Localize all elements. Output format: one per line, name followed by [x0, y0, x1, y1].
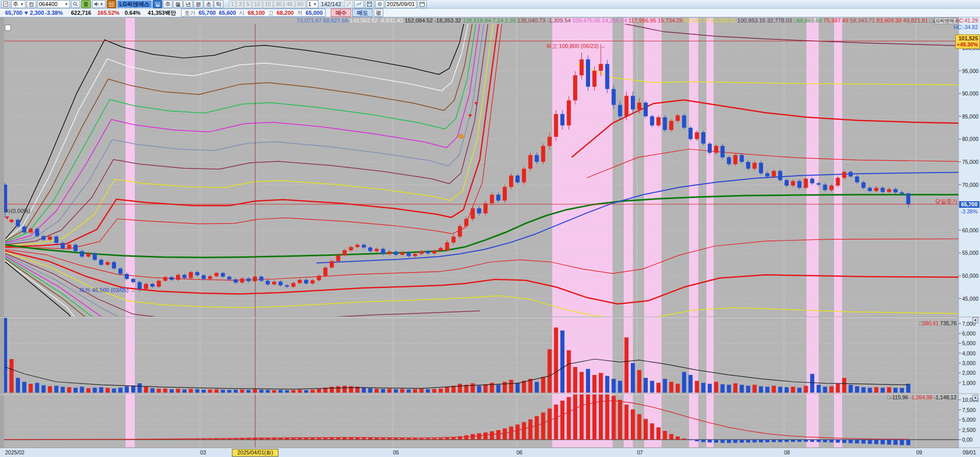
- svg-text:자(0.00%): 자(0.00%): [5, 208, 31, 214]
- svg-text:3,000: 3,000: [962, 360, 975, 366]
- svg-text:2,500: 2,500: [962, 427, 975, 433]
- svg-text:최고 100,800 (06/23) →: 최고 100,800 (06/23) →: [546, 43, 606, 49]
- svg-text:101,525: 101,525: [959, 35, 978, 41]
- svg-text:09/01: 09/01: [963, 449, 976, 455]
- svg-text:70,000: 70,000: [962, 182, 978, 188]
- svg-text:당일종가: 당일종가: [935, 198, 958, 204]
- svg-text:07: 07: [637, 449, 643, 455]
- svg-text:73,071.67 68,827.66 143,562.62: 73,071.67 68,827.66 143,562.62 -9,831.43…: [297, 17, 933, 23]
- svg-text:2025/02: 2025/02: [5, 449, 24, 455]
- svg-text:□-115,96 -1,264,08 -1,148,12: □-115,96 -1,264,08 -1,148,12: [887, 394, 957, 400]
- svg-text:-3.38%: -3.38%: [961, 208, 977, 214]
- pane-collapse-icon[interactable]: [973, 395, 978, 400]
- svg-text:LG씨엔에스: LG씨엔에스: [934, 18, 960, 23]
- svg-text:95,000: 95,000: [962, 68, 978, 74]
- svg-text:7,500: 7,500: [962, 407, 975, 413]
- svg-text:90,000: 90,000: [962, 90, 978, 97]
- svg-text:80,000: 80,000: [962, 136, 978, 142]
- svg-text:45,000: 45,000: [962, 296, 978, 302]
- svg-text:LC:41.29: LC:41.29: [956, 17, 978, 23]
- svg-text:5,000: 5,000: [962, 417, 975, 423]
- current-price-box: 65,700-3.38%: [959, 201, 979, 214]
- svg-text:85,000: 85,000: [962, 113, 978, 119]
- svg-text:5,000: 5,000: [962, 340, 975, 346]
- svg-text:2025/04/01(화): 2025/04/01(화): [237, 449, 273, 455]
- chart-tool-box[interactable]: [5, 25, 11, 31]
- svg-text:55,000: 55,000: [962, 250, 978, 256]
- svg-text:08: 08: [784, 449, 790, 455]
- svg-text:09: 09: [916, 449, 922, 455]
- svg-text:06: 06: [517, 449, 523, 455]
- svg-text:0,00: 0,00: [962, 437, 973, 443]
- svg-text:1,000: 1,000: [962, 380, 975, 386]
- high-price-box: 101,525+49.30%: [955, 35, 979, 49]
- svg-text:4,000: 4,000: [962, 350, 975, 356]
- svg-text:6,000: 6,000: [962, 330, 975, 336]
- stock-chart-window: { "toolbar": { "chart_type": "주", "jeon"…: [0, 0, 980, 457]
- svg-text:□380,41 735,76: □380,41 735,76: [919, 320, 957, 326]
- svg-text:최저 46,500 (03/05) →: 최저 46,500 (03/05) →: [79, 287, 136, 293]
- svg-text:+49.30%: +49.30%: [957, 41, 978, 47]
- svg-text:50,000: 50,000: [962, 273, 978, 279]
- chart-canvas[interactable]: 최고 100,800 (06/23) →최저 46,500 (03/05) →자…: [0, 0, 980, 457]
- svg-text:65,700: 65,700: [961, 201, 977, 207]
- svg-text:05: 05: [393, 449, 399, 455]
- svg-text:03: 03: [200, 449, 206, 455]
- svg-text:2,000: 2,000: [962, 370, 975, 376]
- crosshair-date-box: 2025/04/01(화): [232, 449, 278, 457]
- svg-text:60,000: 60,000: [962, 227, 978, 233]
- svg-text:75,000: 75,000: [962, 159, 978, 165]
- svg-text:HC:-34.82: HC:-34.82: [953, 24, 978, 30]
- pane-collapse-icon[interactable]: [973, 318, 978, 323]
